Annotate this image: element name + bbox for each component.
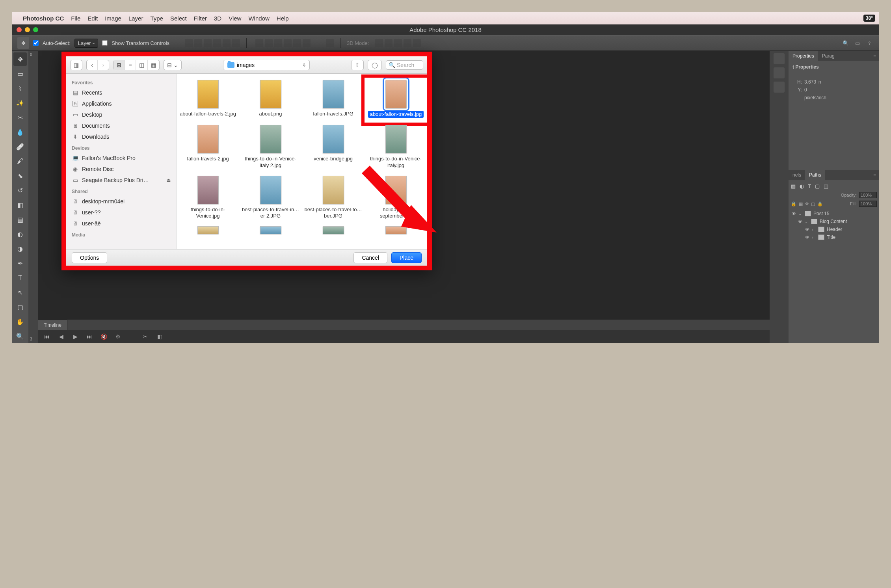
layer-row[interactable]: ⌄Post 15 (791, 210, 877, 218)
lasso-tool-icon[interactable]: ⌇ (13, 82, 27, 95)
eraser-tool-icon[interactable]: ◧ (13, 198, 27, 212)
menu-select[interactable]: Select (170, 15, 187, 22)
sidebar-item-shared[interactable]: 🖥user-?? (66, 207, 176, 218)
sidebar-item-recents[interactable]: ▤Recents (66, 87, 176, 98)
minimize-icon[interactable] (25, 27, 30, 32)
sidebar-item-device[interactable]: 💻Fallon's MacBook Pro (66, 153, 176, 164)
menu-type[interactable]: Type (150, 15, 163, 22)
lock-all-icon[interactable]: 🔒 (817, 201, 823, 207)
sidebar-item-shared[interactable]: 🖥user-åè (66, 218, 176, 229)
eyedropper-tool-icon[interactable]: 💧 (13, 125, 27, 139)
magic-wand-tool-icon[interactable]: ✨ (13, 96, 27, 110)
history-brush-tool-icon[interactable]: ↺ (13, 184, 27, 197)
visibility-icon[interactable] (805, 234, 809, 240)
options-button[interactable]: Options (72, 252, 107, 263)
file-item[interactable]: about-fallon-travels.jpg (365, 78, 427, 123)
location-dropdown[interactable]: images ⇳ (223, 60, 310, 70)
sidebar-item-documents[interactable]: 🗎Documents (66, 120, 176, 131)
marquee-tool-icon[interactable]: ▭ (13, 67, 27, 80)
tab-paragraph[interactable]: Parag (818, 51, 839, 61)
file-item[interactable]: fallon-travels.JPG (302, 78, 365, 123)
search-input[interactable]: 🔍 Search (386, 60, 423, 70)
menu-help[interactable]: Help (277, 15, 289, 22)
file-item[interactable]: best-places-to-travel-to…ber.JPG (302, 173, 365, 224)
cc-libraries-icon[interactable] (774, 53, 785, 64)
disclosure-arrow-icon[interactable]: › (812, 227, 816, 232)
sidebar-item-device[interactable]: ▭Seagate Backup Plus Dri…⏏ (66, 175, 176, 186)
lock-position-icon[interactable]: ✥ (805, 201, 809, 207)
place-button[interactable]: Place (391, 252, 422, 263)
slide-icon[interactable] (404, 39, 411, 47)
brush-tool-icon[interactable]: 🖌 (13, 154, 27, 168)
disclosure-arrow-icon[interactable]: › (812, 235, 816, 240)
roll-icon[interactable] (385, 39, 392, 47)
align-icon[interactable] (194, 39, 202, 47)
layer-row[interactable]: ›Header (791, 225, 877, 233)
play-icon[interactable]: ▶ (71, 333, 80, 340)
file-item[interactable]: about.png (239, 78, 302, 123)
align-icon[interactable] (185, 39, 193, 47)
gallery-view-button[interactable]: ▦ (148, 60, 159, 70)
distribute-icon[interactable] (255, 39, 263, 47)
distribute-icon[interactable] (265, 39, 273, 47)
timeline-tab[interactable]: Timeline (38, 320, 67, 330)
pen-tool-icon[interactable]: ✒ (13, 257, 27, 270)
layer-row[interactable]: ›Title (791, 233, 877, 241)
crop-tool-icon[interactable]: ✂ (13, 111, 27, 124)
align-icon[interactable] (204, 39, 212, 47)
file-item[interactable] (365, 224, 427, 241)
menu-3d[interactable]: 3D (214, 15, 221, 22)
zoom-icon[interactable] (413, 39, 421, 47)
shape-tool-icon[interactable]: ▢ (13, 300, 27, 314)
sidebar-item-device[interactable]: ◉Remote Disc (66, 164, 176, 175)
auto-select-checkbox[interactable] (33, 40, 39, 46)
tab-channels[interactable]: nels (789, 170, 805, 180)
filter-adjustment-icon[interactable]: ◐ (800, 183, 804, 189)
file-item[interactable]: venice-bridge.jpg (302, 123, 365, 173)
menu-layer[interactable]: Layer (128, 15, 143, 22)
distribute-icon[interactable] (303, 39, 311, 47)
go-to-first-frame-icon[interactable]: ⏮ (43, 333, 51, 340)
filter-smart-icon[interactable]: ◫ (824, 183, 828, 189)
align-to-icon[interactable] (326, 39, 334, 47)
disclosure-arrow-icon[interactable]: ⌄ (805, 220, 809, 224)
list-view-button[interactable]: ≡ (125, 60, 136, 70)
menu-file[interactable]: File (71, 15, 80, 22)
sidebar-item-desktop[interactable]: ▭Desktop (66, 109, 176, 120)
next-frame-icon[interactable]: ⏭ (85, 333, 94, 340)
workspace-icon[interactable]: ▭ (853, 39, 862, 47)
file-item[interactable]: things-to-do-in-Venice-italy.jpg (365, 123, 427, 173)
auto-select-dropdown[interactable]: Layer (74, 39, 99, 48)
forward-button[interactable]: › (98, 60, 109, 70)
file-item[interactable] (302, 224, 365, 241)
prev-frame-icon[interactable]: ◀ (57, 333, 65, 340)
eject-icon[interactable]: ⏏ (166, 177, 171, 183)
split-icon[interactable]: ✂ (141, 333, 150, 340)
icon-view-button[interactable]: ⊞ (113, 60, 125, 70)
sidebar-item-downloads[interactable]: ⬇Downloads (66, 131, 176, 142)
type-tool-icon[interactable]: T (13, 271, 27, 285)
share-button[interactable]: ⇧ (351, 60, 364, 70)
filter-pixel-icon[interactable]: ▦ (791, 183, 796, 189)
cancel-button[interactable]: Cancel (353, 252, 387, 263)
file-item[interactable]: about-fallon-travels-2.jpg (177, 78, 239, 123)
menu-image[interactable]: Image (105, 15, 121, 22)
healing-tool-icon[interactable]: 🩹 (13, 140, 27, 153)
orbit-icon[interactable] (375, 39, 383, 47)
align-icon[interactable] (232, 39, 240, 47)
fill-input[interactable] (859, 201, 877, 207)
move-tool-icon[interactable]: ✥ (13, 52, 27, 66)
sidebar-toggle[interactable]: ▥ (70, 60, 82, 70)
menu-window[interactable]: Window (248, 15, 269, 22)
move-tool-icon[interactable]: ✥ (17, 37, 29, 49)
file-item[interactable] (177, 224, 239, 241)
stamp-tool-icon[interactable]: ⬊ (13, 169, 27, 182)
distribute-icon[interactable] (284, 39, 292, 47)
show-transform-checkbox[interactable] (102, 40, 108, 46)
menu-view[interactable]: View (229, 15, 241, 22)
column-view-button[interactable]: ◫ (136, 60, 148, 70)
settings-icon[interactable]: ⚙ (113, 333, 122, 340)
sidebar-item-applications[interactable]: 🄰Applications (66, 98, 176, 109)
file-item[interactable]: things-to-do-in-Venice.jpg (177, 173, 239, 224)
group-by-button[interactable]: ⊟ ⌄ (164, 60, 182, 70)
